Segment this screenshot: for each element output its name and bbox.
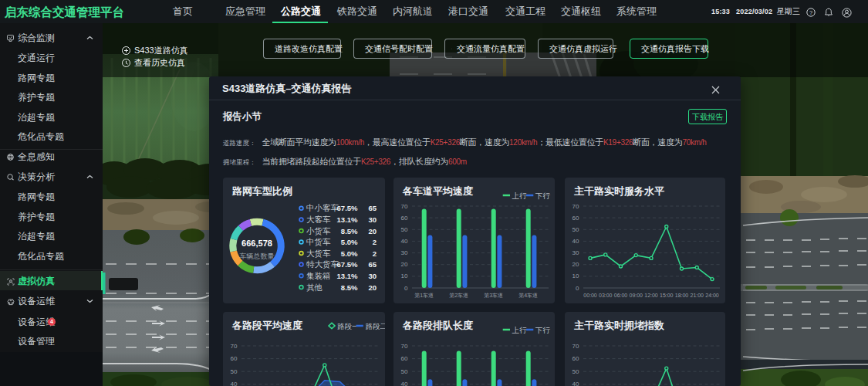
svg-text:13.1%: 13.1% bbox=[337, 215, 358, 224]
svg-text:上行: 上行 bbox=[512, 326, 528, 334]
svg-text:8.5%: 8.5% bbox=[341, 283, 358, 292]
svg-text:30: 30 bbox=[368, 272, 377, 280]
svg-text:40: 40 bbox=[572, 381, 579, 386]
svg-text:65: 65 bbox=[368, 204, 377, 212]
svg-text:40: 40 bbox=[231, 381, 238, 386]
svg-text:第3车道: 第3车道 bbox=[484, 293, 503, 298]
svg-text:20: 20 bbox=[368, 227, 377, 235]
svg-text:40: 40 bbox=[401, 238, 408, 245]
svg-text:下行: 下行 bbox=[535, 191, 551, 200]
svg-text:?: ? bbox=[809, 9, 812, 16]
svg-text:15:00: 15:00 bbox=[660, 293, 674, 298]
svg-text:大货车: 大货车 bbox=[306, 249, 331, 258]
svg-text:03:00: 03:00 bbox=[599, 293, 613, 298]
svg-text:60: 60 bbox=[231, 355, 238, 362]
svg-text:10: 10 bbox=[401, 273, 408, 279]
svg-text:0: 0 bbox=[404, 285, 408, 292]
svg-text:50: 50 bbox=[231, 368, 238, 375]
svg-text:666,578: 666,578 bbox=[241, 239, 272, 248]
svg-text:大客车: 大客车 bbox=[306, 215, 331, 224]
svg-text:特大货车: 特大货车 bbox=[306, 259, 339, 269]
svg-text:下行: 下行 bbox=[535, 326, 551, 334]
svg-text:65: 65 bbox=[368, 260, 377, 269]
svg-text:30: 30 bbox=[401, 249, 408, 256]
svg-text:30: 30 bbox=[368, 215, 377, 224]
svg-text:70: 70 bbox=[231, 343, 238, 350]
svg-text:2: 2 bbox=[373, 249, 377, 258]
svg-text:车辆总数量: 车辆总数量 bbox=[240, 252, 275, 260]
svg-text:第1车道: 第1车道 bbox=[414, 293, 434, 298]
svg-text:路段二: 路段二 bbox=[366, 322, 386, 330]
svg-text:5.0%: 5.0% bbox=[341, 238, 358, 246]
svg-text:50: 50 bbox=[572, 368, 579, 375]
svg-text:24:00: 24:00 bbox=[705, 293, 719, 298]
svg-text:上行: 上行 bbox=[512, 191, 528, 200]
svg-text:21:00: 21:00 bbox=[690, 293, 704, 298]
svg-text:70: 70 bbox=[401, 203, 408, 210]
svg-text:40: 40 bbox=[572, 238, 579, 245]
svg-text:50: 50 bbox=[572, 226, 579, 233]
svg-text:0: 0 bbox=[576, 285, 579, 292]
svg-text:50: 50 bbox=[401, 226, 408, 233]
svg-text:09:00: 09:00 bbox=[629, 293, 643, 298]
svg-text:67.5%: 67.5% bbox=[337, 204, 358, 212]
svg-text:70: 70 bbox=[572, 343, 579, 350]
svg-text:8.5%: 8.5% bbox=[341, 227, 358, 235]
svg-text:50: 50 bbox=[401, 368, 408, 375]
svg-text:10: 10 bbox=[572, 273, 579, 279]
svg-text:20: 20 bbox=[368, 283, 377, 292]
svg-text:60: 60 bbox=[572, 355, 579, 362]
svg-text:小货车: 小货车 bbox=[306, 226, 331, 235]
svg-text:13.1%: 13.1% bbox=[337, 272, 358, 280]
svg-text:60: 60 bbox=[401, 355, 408, 362]
svg-text:5.0%: 5.0% bbox=[341, 249, 358, 258]
svg-text:集装箱: 集装箱 bbox=[306, 271, 331, 280]
svg-text:30: 30 bbox=[572, 249, 579, 256]
svg-text:其他: 其他 bbox=[306, 283, 323, 292]
svg-text:第2车道: 第2车道 bbox=[449, 293, 468, 298]
svg-text:70: 70 bbox=[572, 203, 579, 210]
svg-text:67.5%: 67.5% bbox=[337, 260, 358, 269]
svg-text:20: 20 bbox=[401, 261, 408, 268]
svg-text:第4车道: 第4车道 bbox=[518, 293, 538, 298]
svg-text:中货车: 中货车 bbox=[306, 237, 331, 246]
svg-text:40: 40 bbox=[401, 381, 408, 386]
svg-text:60: 60 bbox=[572, 215, 579, 222]
svg-text:60: 60 bbox=[401, 215, 408, 222]
svg-text:12:00: 12:00 bbox=[644, 293, 658, 298]
svg-text:2: 2 bbox=[373, 238, 377, 246]
svg-text:中小客车: 中小客车 bbox=[306, 203, 339, 212]
svg-text:路段一: 路段一 bbox=[337, 322, 360, 330]
svg-text:18:00: 18:00 bbox=[675, 293, 689, 298]
svg-text:70: 70 bbox=[401, 343, 408, 350]
svg-text:20: 20 bbox=[572, 261, 579, 268]
svg-text:00:00: 00:00 bbox=[583, 293, 597, 298]
svg-text:06:00: 06:00 bbox=[614, 293, 628, 298]
